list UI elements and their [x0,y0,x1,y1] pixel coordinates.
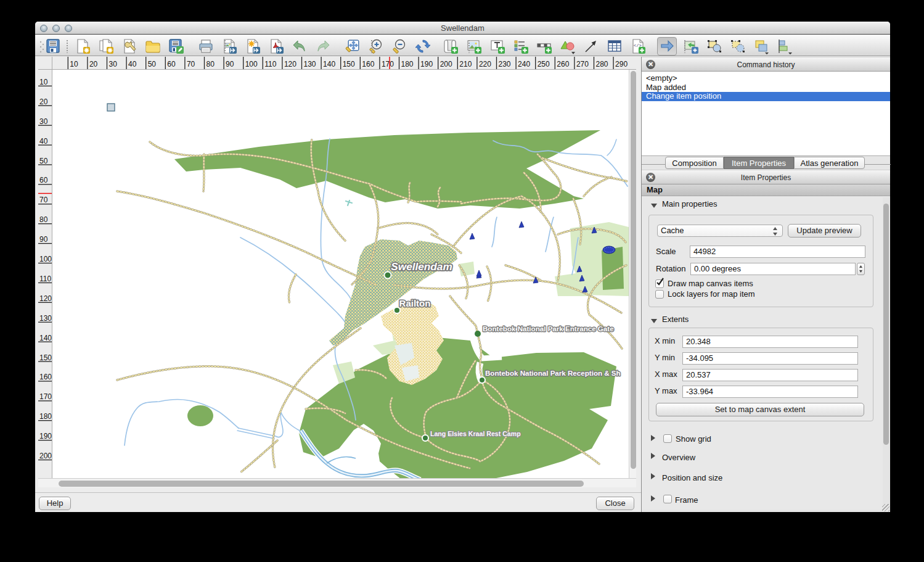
svg-text:90: 90 [39,235,48,244]
svg-text:150: 150 [39,353,52,362]
svg-text:50: 50 [148,60,157,68]
svg-text:130: 130 [304,60,316,68]
svg-text:180: 180 [401,60,414,68]
svg-text:130: 130 [39,314,52,323]
svg-text:60: 60 [39,176,48,184]
svg-text:70: 70 [39,196,48,204]
svg-text:40: 40 [128,60,137,68]
svg-text:140: 140 [39,334,52,342]
svg-text:70: 70 [187,60,195,68]
svg-text:20: 20 [39,97,48,106]
svg-text:90: 90 [226,60,234,68]
svg-text:Railton: Railton [399,298,431,308]
svg-text:190: 190 [39,432,52,440]
svg-text:260: 260 [557,60,569,68]
svg-text:Bontebok National Park Recepti: Bontebok National Park Reception & Sh [485,369,621,377]
svg-text:220: 220 [479,60,491,68]
svg-text:10: 10 [70,60,78,68]
svg-text:160: 160 [39,373,52,381]
svg-text:120: 120 [39,294,52,303]
svg-text:40: 40 [39,137,48,146]
svg-text:100: 100 [39,255,52,263]
svg-text:230: 230 [499,60,511,68]
svg-text:100: 100 [245,60,258,68]
svg-text:140: 140 [323,60,335,68]
svg-text:280: 280 [596,60,608,68]
svg-text:120: 120 [284,60,296,68]
svg-text:290: 290 [615,60,628,68]
svg-text:80: 80 [39,215,48,224]
svg-text:180: 180 [39,412,52,421]
svg-text:Swellendam: Swellendam [391,260,452,273]
svg-text:20: 20 [89,60,98,68]
svg-text:200: 200 [440,60,452,68]
svg-text:Lang Elsies Kraal Rest Camp: Lang Elsies Kraal Rest Camp [430,430,521,437]
svg-text:110: 110 [264,60,276,68]
svg-text:60: 60 [167,60,176,68]
svg-text:190: 190 [420,60,433,68]
svg-text:Bontebok National Park Entranc: Bontebok National Park Entrance Gate [483,324,614,333]
svg-text:240: 240 [518,60,530,68]
svg-text:160: 160 [362,60,374,68]
svg-text:110: 110 [39,275,51,283]
svg-text:250: 250 [538,60,550,68]
svg-text:210: 210 [459,60,472,68]
svg-text:150: 150 [343,60,355,68]
svg-text:200: 200 [39,452,52,460]
svg-text:170: 170 [382,60,394,68]
svg-text:30: 30 [109,60,118,68]
svg-text:30: 30 [39,117,48,126]
svg-text:270: 270 [576,60,589,68]
svg-text:170: 170 [39,392,52,401]
svg-text:10: 10 [39,78,48,86]
svg-text:80: 80 [206,60,215,68]
svg-text:50: 50 [39,157,48,165]
